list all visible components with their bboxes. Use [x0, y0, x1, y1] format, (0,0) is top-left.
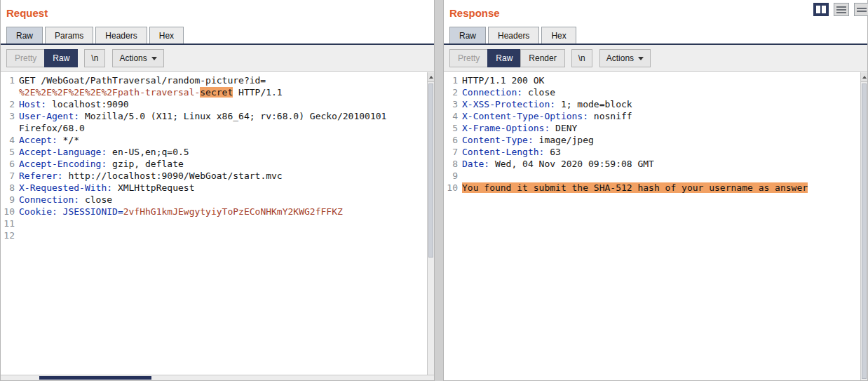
line-number: 8	[1, 182, 15, 194]
editor-line: 9	[444, 170, 867, 182]
response-editor[interactable]: 1HTTP/1.1 200 OK2Connection: close3X-XSS…	[444, 72, 867, 380]
request-newline-toggle-button[interactable]: \n	[84, 49, 105, 67]
stacked-layout-button[interactable]	[834, 3, 849, 16]
response-newline-toggle-button[interactable]: \n	[571, 49, 592, 67]
line-content: Referer: http://localhost:9090/WebGoat/s…	[15, 170, 283, 182]
line-number: 3	[1, 110, 15, 122]
line-number: 9	[1, 194, 15, 206]
columns-layout-icon	[822, 6, 826, 13]
line-number: 5	[444, 122, 458, 134]
editor-line: 3User-Agent: Mozilla/5.0 (X11; Linux x86…	[1, 110, 434, 122]
request-pretty-button[interactable]: Pretty	[6, 49, 45, 67]
chevron-down-icon	[638, 57, 644, 60]
editor-line: Firefox/68.0	[1, 122, 434, 134]
line-number: 4	[444, 110, 458, 122]
request-tab-headers[interactable]: Headers	[95, 27, 147, 44]
line-content: Accept: */*	[15, 134, 79, 146]
response-panel-title: Response	[444, 0, 867, 25]
editor-line: 2Host: localhost:9090	[1, 98, 434, 110]
editor-line: 8X-Requested-With: XMLHttpRequest	[1, 182, 434, 194]
response-tab-raw[interactable]: Raw	[449, 27, 486, 44]
editor-line: 7Content-Length: 63	[444, 146, 867, 158]
response-vertical-scrollbar[interactable]	[860, 72, 867, 380]
line-number: 1	[444, 74, 458, 86]
actions-label: Actions	[606, 53, 634, 63]
line-number: 10	[1, 206, 15, 218]
editor-line: 1GET /WebGoat/PathTraversal/random-pictu…	[1, 74, 434, 86]
line-content: Cookie: JSESSIONID=2vfHhG1kmJEwgytyiyToP…	[15, 206, 343, 218]
line-number	[1, 122, 15, 134]
line-content: Firefox/68.0	[15, 122, 85, 134]
line-number: 8	[444, 158, 458, 170]
editor-line: 2Connection: close	[444, 86, 867, 98]
line-number: 2	[1, 98, 15, 110]
scroll-up-button[interactable]	[861, 72, 867, 82]
response-panel: Response RawHeadersHex Pretty Raw Render…	[443, 0, 868, 381]
editor-line: 4X-Content-Type-Options: nosniff	[444, 110, 867, 122]
stacked-layout-icon	[836, 6, 846, 13]
scrollbar-thumb[interactable]	[428, 83, 433, 258]
columns-layout-button[interactable]	[813, 3, 829, 16]
line-number: 2	[444, 86, 458, 98]
line-content: Content-Type: image/jpeg	[458, 134, 594, 146]
response-render-button[interactable]: Render	[520, 49, 564, 67]
actions-label: Actions	[119, 53, 147, 63]
line-content: Content-Length: 63	[458, 146, 561, 158]
request-panel: Request RawParamsHeadersHex Pretty Raw \…	[0, 0, 435, 381]
line-number: 7	[444, 146, 458, 158]
request-actions-button[interactable]: Actions	[112, 49, 163, 67]
scrollbar-thumb[interactable]	[862, 83, 867, 379]
line-number: 1	[1, 74, 15, 86]
editor-line: 5X-Frame-Options: DENY	[444, 122, 867, 134]
line-number	[1, 86, 15, 98]
editor-line: 12	[1, 229, 434, 241]
request-horizontal-scrollbar[interactable]	[1, 375, 434, 380]
line-content: Accept-Language: en-US,en;q=0.5	[15, 146, 189, 158]
editor-line: 9Connection: close	[1, 194, 434, 206]
line-number: 6	[1, 158, 15, 170]
scrollbar-thumb[interactable]	[39, 376, 151, 380]
response-tab-headers[interactable]: Headers	[488, 27, 539, 44]
line-number: 4	[1, 134, 15, 146]
editor-line: 7Referer: http://localhost:9090/WebGoat/…	[1, 170, 434, 182]
tabs-layout-icon	[857, 8, 867, 12]
request-tab-hex[interactable]: Hex	[149, 27, 184, 44]
scroll-up-button[interactable]	[428, 72, 434, 82]
triangle-up-icon	[429, 76, 433, 79]
editor-line: 1HTTP/1.1 200 OK	[444, 74, 867, 86]
line-number: 3	[444, 98, 458, 110]
tabs-layout-button[interactable]	[854, 3, 868, 16]
request-editor[interactable]: 1GET /WebGoat/PathTraversal/random-pictu…	[1, 72, 434, 375]
request-vertical-scrollbar[interactable]	[427, 72, 434, 375]
line-content: You found it submit the SHA-512 hash of …	[458, 182, 808, 194]
line-content: GET /WebGoat/PathTraversal/random-pictur…	[15, 74, 266, 86]
newline-toggle-label: \n	[91, 53, 98, 63]
editor-line: 3X-XSS-Protection: 1; mode=block	[444, 98, 867, 110]
line-number: 6	[444, 134, 458, 146]
request-tab-params[interactable]: Params	[45, 27, 93, 44]
response-actions-button[interactable]: Actions	[599, 49, 651, 67]
request-raw-button[interactable]: Raw	[44, 49, 78, 67]
columns-layout-icon	[816, 6, 820, 13]
line-number: 11	[1, 218, 15, 229]
request-view-toggle: Pretty Raw	[6, 49, 77, 67]
line-content: X-Frame-Options: DENY	[458, 122, 577, 134]
response-pretty-button[interactable]: Pretty	[449, 49, 488, 67]
line-number: 12	[1, 229, 15, 241]
line-content: X-Requested-With: XMLHttpRequest	[15, 182, 194, 194]
line-number: 10	[444, 182, 458, 194]
request-tab-raw[interactable]: Raw	[6, 27, 43, 44]
response-tabbar: RawHeadersHex	[444, 25, 867, 45]
newline-toggle-label: \n	[578, 53, 585, 63]
editor-line: 11	[1, 218, 434, 229]
line-content	[15, 218, 19, 229]
line-content: Connection: close	[458, 86, 555, 98]
line-content: User-Agent: Mozilla/5.0 (X11; Linux x86_…	[15, 110, 386, 122]
response-tab-hex[interactable]: Hex	[541, 27, 576, 44]
line-number: 7	[1, 170, 15, 182]
line-number: 5	[1, 146, 15, 158]
line-content: Date: Wed, 04 Nov 2020 09:59:08 GMT	[458, 158, 654, 170]
line-content: Connection: close	[15, 194, 112, 206]
response-raw-button[interactable]: Raw	[487, 49, 521, 67]
request-tabbar: RawParamsHeadersHex	[1, 25, 434, 45]
